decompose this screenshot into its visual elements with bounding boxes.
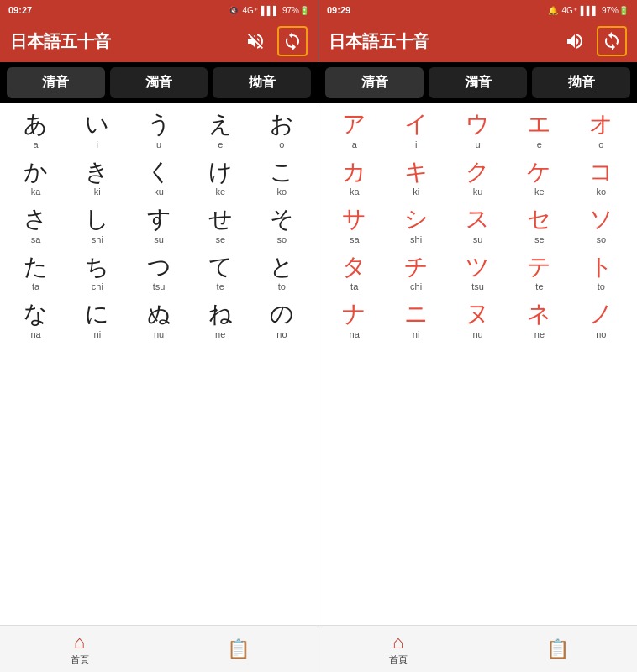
kana-cell[interactable]: イi bbox=[385, 107, 446, 153]
kana-cell[interactable]: テte bbox=[508, 249, 570, 296]
kana-cell[interactable]: かka bbox=[5, 155, 66, 201]
list-icon-right: 📋 bbox=[546, 638, 569, 660]
kana-cell[interactable]: きki bbox=[66, 155, 128, 201]
kana-cell[interactable]: ねne bbox=[190, 297, 251, 343]
kana-cell[interactable]: にni bbox=[66, 297, 128, 343]
tab-row-left: 清音 濁音 拗音 bbox=[0, 62, 318, 103]
battery-percent-left: 97%🔋 bbox=[282, 6, 309, 15]
kana-row-3-right: タta チchi ツtsu テte トto bbox=[324, 249, 632, 296]
kana-cell[interactable]: つtsu bbox=[128, 249, 189, 296]
battery-icon-left: 🔇 bbox=[229, 6, 239, 15]
header-icons-right bbox=[560, 26, 627, 56]
kana-cell[interactable]: ナna bbox=[324, 297, 385, 343]
kana-cell[interactable]: タta bbox=[324, 249, 385, 296]
kana-cell[interactable]: ヌnu bbox=[447, 297, 508, 343]
bottom-nav-right: ⌂ 首頁 📋 bbox=[318, 625, 637, 672]
tab-yoon-left[interactable]: 拗音 bbox=[213, 67, 311, 98]
nav-home-left[interactable]: ⌂ 首頁 bbox=[0, 626, 159, 672]
signal-icon-left: ▌▌▌ bbox=[261, 6, 279, 15]
time-left: 09:27 bbox=[8, 5, 32, 15]
kana-cell[interactable]: そso bbox=[251, 202, 313, 248]
kana-row-0-right: アa イi ウu エe オo bbox=[324, 107, 632, 153]
nav-list-right[interactable]: 📋 bbox=[478, 626, 638, 672]
kana-cell[interactable]: こko bbox=[251, 155, 313, 201]
kana-cell[interactable]: サsa bbox=[324, 202, 385, 248]
kana-cell[interactable]: ソso bbox=[571, 202, 632, 248]
kana-cell[interactable]: スsu bbox=[447, 202, 508, 248]
signal-icon-right: ▌▌▌ bbox=[581, 6, 598, 15]
tab-seion-left[interactable]: 清音 bbox=[7, 67, 105, 98]
kana-cell[interactable]: ツtsu bbox=[447, 249, 508, 296]
kana-cell[interactable]: シshi bbox=[385, 202, 446, 248]
kana-row-4-left: なna にni ぬnu ねne のno bbox=[5, 297, 313, 343]
kana-row-4-right: ナna ニni ヌnu ネne ノno bbox=[324, 297, 632, 343]
nav-list-left[interactable]: 📋 bbox=[159, 626, 318, 672]
kana-cell[interactable]: カka bbox=[324, 155, 385, 201]
kana-cell[interactable]: ネne bbox=[508, 297, 570, 343]
app-title-left: 日本語五十音 bbox=[10, 30, 111, 53]
refresh-icon-right[interactable] bbox=[597, 26, 627, 56]
tab-seion-right[interactable]: 清音 bbox=[325, 67, 424, 98]
status-bar-right: 09:29 🔔 4G⁺ ▌▌▌ 97%🔋 bbox=[318, 0, 637, 20]
status-icons-left: 🔇 4G⁺ ▌▌▌ 97%🔋 bbox=[229, 6, 309, 15]
kana-cell[interactable]: エe bbox=[508, 107, 570, 153]
kana-cell[interactable]: せse bbox=[190, 202, 251, 248]
kana-cell[interactable]: すsu bbox=[128, 202, 189, 248]
bottom-nav-left: ⌂ 首頁 📋 bbox=[0, 625, 318, 672]
kana-row-1-left: かka きki くku けke こko bbox=[5, 155, 313, 201]
kana-cell[interactable]: ケke bbox=[508, 155, 570, 201]
status-icons-right: 🔔 4G⁺ ▌▌▌ 97%🔋 bbox=[548, 6, 629, 15]
time-right: 09:29 bbox=[327, 5, 350, 15]
nav-home-right[interactable]: ⌂ 首頁 bbox=[318, 626, 478, 672]
kana-cell[interactable]: ウu bbox=[447, 107, 508, 153]
nav-home-label-left: 首頁 bbox=[71, 654, 89, 666]
kana-row-1-right: カka キki クku ケke コko bbox=[324, 155, 632, 201]
kana-grid-right: アa イi ウu エe オo カka キki クku ケke コko サsa シ… bbox=[318, 103, 637, 625]
battery-percent-right: 97%🔋 bbox=[602, 6, 629, 15]
refresh-icon-left[interactable] bbox=[277, 26, 308, 56]
kana-cell[interactable]: とto bbox=[251, 249, 313, 296]
kana-cell[interactable]: あa bbox=[5, 107, 66, 153]
kana-cell[interactable]: てte bbox=[190, 249, 251, 296]
kana-cell[interactable]: しshi bbox=[66, 202, 128, 248]
status-bar-left: 09:27 🔇 4G⁺ ▌▌▌ 97%🔋 bbox=[0, 0, 318, 20]
kana-cell[interactable]: キki bbox=[385, 155, 446, 201]
kana-cell[interactable]: ニni bbox=[385, 297, 446, 343]
kana-cell[interactable]: いi bbox=[66, 107, 128, 153]
kana-cell[interactable]: コko bbox=[571, 155, 632, 201]
kana-cell[interactable]: うu bbox=[128, 107, 189, 153]
kana-row-2-right: サsa シshi スsu セse ソso bbox=[324, 202, 632, 248]
kana-cell[interactable]: ノno bbox=[571, 297, 632, 343]
right-panel: 09:29 🔔 4G⁺ ▌▌▌ 97%🔋 日本語五十音 清音 濁音 bbox=[318, 0, 637, 672]
tab-row-right: 清音 濁音 拗音 bbox=[318, 62, 637, 103]
app-header-right: 日本語五十音 bbox=[318, 20, 637, 62]
home-icon-left: ⌂ bbox=[74, 632, 85, 654]
header-icons-left bbox=[240, 26, 308, 56]
tab-dakuon-right[interactable]: 濁音 bbox=[429, 67, 527, 98]
kana-row-0-left: あa いi うu えe おo bbox=[5, 107, 313, 153]
kana-cell[interactable]: オo bbox=[571, 107, 632, 153]
kana-row-3-left: たta ちchi つtsu てte とto bbox=[5, 249, 313, 296]
tab-yoon-right[interactable]: 拗音 bbox=[532, 67, 630, 98]
sound-icon[interactable] bbox=[560, 26, 590, 56]
kana-cell[interactable]: なna bbox=[5, 297, 66, 343]
kana-cell[interactable]: ぬnu bbox=[128, 297, 189, 343]
kana-cell[interactable]: さsa bbox=[5, 202, 66, 248]
kana-row-2-left: さsa しshi すsu せse そso bbox=[5, 202, 313, 248]
kana-cell[interactable]: セse bbox=[508, 202, 570, 248]
mute-icon[interactable] bbox=[240, 26, 271, 56]
kana-cell[interactable]: アa bbox=[324, 107, 385, 153]
kana-cell[interactable]: チchi bbox=[385, 249, 446, 296]
kana-cell[interactable]: たta bbox=[5, 249, 66, 296]
kana-cell[interactable]: おo bbox=[251, 107, 313, 153]
tab-dakuon-left[interactable]: 濁音 bbox=[110, 67, 208, 98]
kana-cell[interactable]: くku bbox=[128, 155, 189, 201]
kana-cell[interactable]: えe bbox=[190, 107, 251, 153]
kana-cell[interactable]: のno bbox=[251, 297, 313, 343]
kana-cell[interactable]: トto bbox=[571, 249, 632, 296]
kana-cell[interactable]: クku bbox=[447, 155, 508, 201]
left-panel: 09:27 🔇 4G⁺ ▌▌▌ 97%🔋 日本語五十音 清音 濁音 bbox=[0, 0, 318, 672]
network-icon-left: 4G⁺ bbox=[242, 6, 257, 15]
kana-cell[interactable]: けke bbox=[190, 155, 251, 201]
kana-cell[interactable]: ちchi bbox=[66, 249, 128, 296]
